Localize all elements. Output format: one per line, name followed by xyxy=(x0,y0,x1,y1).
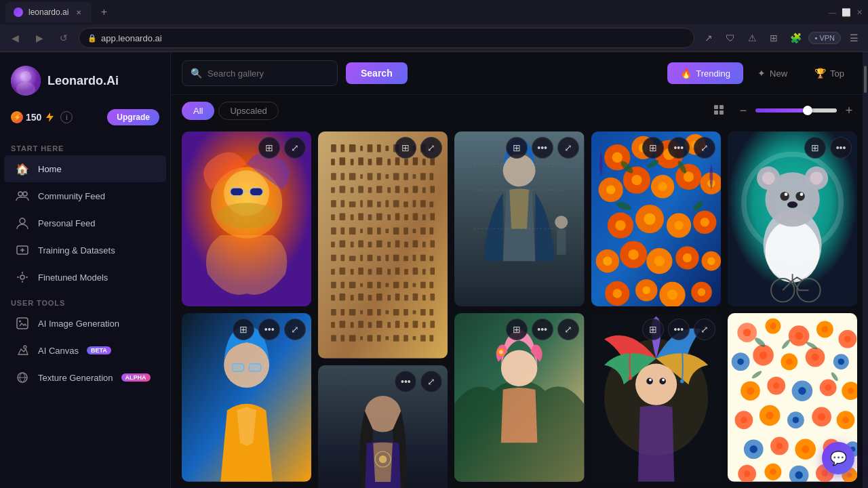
tab-close-button[interactable]: ✕ xyxy=(74,7,83,17)
svg-point-309 xyxy=(737,359,744,365)
nav-refresh-button[interactable]: ↺ xyxy=(54,28,73,47)
filter-all[interactable]: All xyxy=(182,102,214,120)
url-bar[interactable]: 🔒 app.leonardo.ai xyxy=(79,28,694,48)
active-tab[interactable]: leonardo.ai ✕ xyxy=(5,2,92,22)
card-koala[interactable]: ⊞ ••• xyxy=(728,131,857,306)
card-options-button-7[interactable]: ••• xyxy=(830,137,852,159)
sidebar-item-texture[interactable]: Texture Generation ALPHA xyxy=(4,364,166,391)
sidebar-item-home[interactable]: 🏠 Home xyxy=(4,155,166,182)
top-tab[interactable]: 🏆 Top xyxy=(802,62,857,84)
card-options-button-6[interactable]: ••• xyxy=(668,319,690,340)
search-input[interactable] xyxy=(208,68,329,79)
new-tab-button[interactable]: + xyxy=(94,3,113,22)
svg-rect-58 xyxy=(386,174,389,179)
share-icon[interactable]: ↗ xyxy=(700,29,717,47)
menu-icon[interactable]: ☰ xyxy=(845,29,863,47)
window-close[interactable]: ✕ xyxy=(856,8,863,17)
sidebar-item-ai-canvas[interactable]: AI Canvas BETA xyxy=(4,337,166,364)
svg-rect-103 xyxy=(360,228,363,233)
svg-rect-79 xyxy=(360,200,363,207)
card-remix-button-5[interactable]: ⊞ xyxy=(506,319,528,340)
svg-rect-31 xyxy=(360,146,363,151)
card-expand-button-8[interactable]: ⤢ xyxy=(694,319,715,340)
upgrade-button[interactable]: Upgrade xyxy=(107,109,159,125)
trending-tab[interactable]: 🔥 Trending xyxy=(667,62,743,84)
training-icon xyxy=(15,243,30,258)
sidebar-item-finetuned[interactable]: Finetuned Models xyxy=(4,264,166,291)
nav-back-button[interactable]: ◀ xyxy=(5,28,24,47)
svg-point-244 xyxy=(644,213,655,224)
svg-rect-75 xyxy=(431,186,435,193)
card-remix-button-3[interactable]: ⊞ xyxy=(395,137,416,159)
extensions-icon[interactable]: 🧩 xyxy=(787,29,804,47)
zoom-plus-button[interactable]: + xyxy=(841,102,857,119)
card-dark-lady[interactable]: ••• ⤢ xyxy=(318,365,448,488)
card-remix-button-2[interactable]: ⊞ xyxy=(233,319,254,340)
search-button[interactable]: Search xyxy=(346,62,408,84)
nav-forward-button[interactable]: ▶ xyxy=(30,28,49,47)
svg-rect-166 xyxy=(387,295,391,301)
zoom-slider[interactable] xyxy=(755,108,837,113)
ai-canvas-icon xyxy=(15,343,30,358)
card-remix-button[interactable]: ⊞ xyxy=(258,137,280,159)
card-warrior[interactable]: ⊞ ••• ⤢ xyxy=(454,131,584,306)
card-anime-girl[interactable]: ⊞ ••• ⤢ xyxy=(182,313,311,482)
filter-upscaled[interactable]: Upscaled xyxy=(218,102,278,120)
card-remix-button-6[interactable]: ⊞ xyxy=(642,137,664,159)
window-maximize[interactable]: ⬜ xyxy=(842,8,851,17)
svg-rect-95 xyxy=(395,213,400,220)
chat-fab-button[interactable]: 💬 xyxy=(822,442,854,474)
token-bolt-icon xyxy=(44,112,55,123)
shield-icon[interactable]: 🛡 xyxy=(722,29,739,47)
card-anime-actions: ⊞ ••• ⤢ xyxy=(233,319,306,340)
card-options-button-3[interactable]: ••• xyxy=(532,137,553,159)
svg-rect-76 xyxy=(331,200,336,207)
card-options-button-5[interactable]: ••• xyxy=(668,137,690,159)
card-floral[interactable]: ⊞ ••• ⤢ xyxy=(591,131,721,306)
card-pink-girl[interactable]: ⊞ ••• ⤢ xyxy=(454,313,584,482)
card-remix-button-7[interactable]: ⊞ xyxy=(642,319,664,340)
svg-rect-116 xyxy=(368,242,372,248)
svg-rect-67 xyxy=(358,186,363,193)
sidebar-item-personal-feed[interactable]: Personal Feed xyxy=(4,209,166,237)
card-expand-button-2[interactable]: ⤢ xyxy=(284,319,306,340)
svg-point-294 xyxy=(787,201,797,208)
card-remix-button-8[interactable]: ⊞ xyxy=(804,137,826,159)
card-expand-button-4[interactable]: ⤢ xyxy=(420,371,442,392)
card-expand-button[interactable]: ⤢ xyxy=(284,137,306,159)
card-expand-button-3[interactable]: ⤢ xyxy=(420,137,442,159)
bookmark-icon[interactable]: ⊞ xyxy=(765,29,783,47)
sidebar-item-community-feed[interactable]: Community Feed xyxy=(4,182,166,209)
card-options-button-2[interactable]: ••• xyxy=(395,371,416,392)
svg-rect-85 xyxy=(413,200,416,207)
card-hieroglyphs[interactable]: ⊞ ⤢ xyxy=(318,131,448,359)
zoom-minus-button[interactable]: − xyxy=(735,102,751,119)
grid-view-button[interactable] xyxy=(709,100,730,121)
card-options-button-4[interactable]: ••• xyxy=(532,319,553,340)
card-lion[interactable]: ⊞ ⤢ xyxy=(182,131,311,306)
svg-rect-30 xyxy=(349,144,356,152)
right-scrollbar[interactable] xyxy=(863,52,868,488)
card-expand-button-6[interactable]: ⤢ xyxy=(557,319,579,340)
warn-icon[interactable]: ⚠ xyxy=(743,29,761,47)
card-expand-button-7[interactable]: ⤢ xyxy=(694,137,715,159)
card-remix-button-4[interactable]: ⊞ xyxy=(506,137,528,159)
card-colorful-hair[interactable]: ⊞ ••• ⤢ xyxy=(591,313,721,482)
svg-rect-15 xyxy=(719,110,724,115)
new-tab[interactable]: ✦ New xyxy=(745,62,800,84)
search-box[interactable]: 🔍 xyxy=(182,60,338,86)
card-expand-button-5[interactable]: ⤢ xyxy=(557,137,579,159)
url-text: app.leonardo.ai xyxy=(101,33,162,43)
token-info-button[interactable]: i xyxy=(60,111,73,123)
sidebar-item-training[interactable]: Training & Datasets xyxy=(4,237,166,264)
ssl-lock-icon: 🔒 xyxy=(87,34,97,43)
window-minimize[interactable]: — xyxy=(829,8,836,17)
svg-rect-8 xyxy=(17,318,28,329)
alpha-badge: ALPHA xyxy=(121,373,151,382)
card-options-button[interactable]: ••• xyxy=(258,319,280,340)
svg-rect-201 xyxy=(377,335,381,342)
sidebar-item-ai-image[interactable]: AI Image Generation xyxy=(4,310,166,337)
svg-point-349 xyxy=(744,470,751,477)
tab-favicon xyxy=(14,7,23,17)
svg-point-264 xyxy=(667,289,677,300)
